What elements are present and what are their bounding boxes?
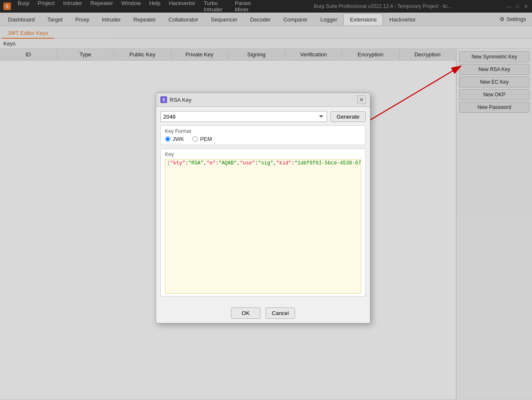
key-format-radio-group: JWK PEM	[165, 136, 361, 142]
dialog-cancel-button[interactable]: Cancel	[266, 307, 295, 319]
dialog-title-bar: S RSA Key ✕	[156, 93, 370, 107]
dialog-ok-button[interactable]: OK	[231, 307, 261, 319]
generate-button[interactable]: Generate	[330, 111, 366, 122]
dialog-close-button[interactable]: ✕	[357, 95, 366, 104]
key-content-line: {"kty":"RSA","e":"AQAB","use":"sig","kid…	[167, 160, 359, 166]
key-format-section: Key Format JWK PEM	[160, 125, 366, 145]
json-use-val: "sig"	[258, 160, 273, 166]
json-e-key: "e"	[207, 160, 216, 166]
key-content-area[interactable]: {"kty":"RSA","e":"AQAB","use":"sig","kid…	[165, 159, 361, 294]
dialog-title-left: S RSA Key	[160, 96, 192, 103]
dialog-icon: S	[160, 96, 167, 103]
key-size-row: 2048 4096 1024 Generate	[160, 111, 366, 122]
dialog-title-text: RSA Key	[170, 97, 192, 103]
radio-jwk-input[interactable]	[165, 136, 170, 142]
json-kid-key: "kid"	[276, 160, 291, 166]
dialog-body: 2048 4096 1024 Generate Key Format JWK P…	[156, 107, 370, 304]
rsa-key-dialog: S RSA Key ✕ 2048 4096 1024 Generate Key …	[156, 93, 370, 323]
json-kty-key: "kty"	[170, 160, 185, 166]
key-size-select[interactable]: 2048 4096 1024	[160, 111, 327, 122]
json-use-key: "use"	[240, 160, 255, 166]
json-kid-val: "1dbf6f61-5bce-4538-8749-aa	[295, 160, 361, 166]
radio-pem-label: PEM	[200, 136, 212, 142]
key-section-label: Key	[165, 151, 361, 157]
key-format-label: Key Format	[165, 128, 361, 134]
radio-jwk[interactable]: JWK	[165, 136, 184, 142]
json-kty-val: "RSA"	[188, 160, 203, 166]
json-e-val: "AQAB"	[218, 160, 237, 166]
radio-pem-input[interactable]	[192, 136, 198, 142]
radio-jwk-label: JWK	[173, 136, 184, 142]
dialog-footer: OK Cancel	[156, 304, 370, 323]
key-section: Key {"kty":"RSA","e":"AQAB","use":"sig",…	[160, 148, 366, 297]
radio-pem[interactable]: PEM	[192, 136, 212, 142]
